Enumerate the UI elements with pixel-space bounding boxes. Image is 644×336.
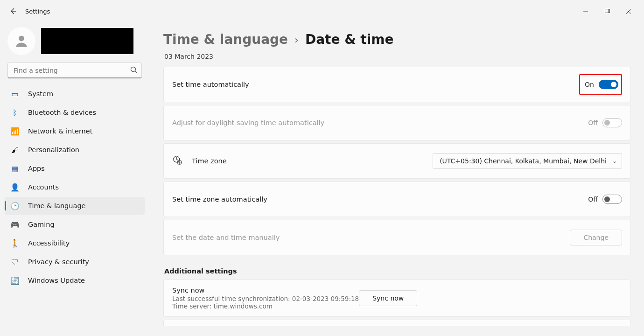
change-button: Change <box>570 230 622 245</box>
account-block[interactable] <box>7 27 142 55</box>
search-icon <box>130 66 138 76</box>
apps-icon: ▦ <box>10 164 20 173</box>
person-icon <box>14 33 29 49</box>
nav-label: Network & internet <box>28 127 92 135</box>
next-card-peek <box>163 320 631 326</box>
sync-title: Sync now <box>172 287 359 294</box>
sidebar-item-gaming[interactable]: 🎮Gaming <box>5 216 145 233</box>
system-icon: ▭ <box>10 89 20 98</box>
minimize-button[interactable] <box>575 4 596 19</box>
row-label: Adjust for daylight saving time automati… <box>172 119 324 126</box>
chevron-right-icon: › <box>294 34 299 46</box>
bluetooth-icon: ᛒ <box>10 108 20 117</box>
svg-rect-0 <box>605 9 609 13</box>
brush-icon: 🖌 <box>10 145 20 154</box>
sidebar-item-time-language[interactable]: 🕑Time & language <box>5 197 145 215</box>
toggle-set-time-automatically[interactable] <box>599 80 618 89</box>
sidebar-item-system[interactable]: ▭System <box>5 85 145 103</box>
nav-label: Gaming <box>28 221 55 228</box>
avatar <box>7 27 35 55</box>
row-label: Set time automatically <box>172 81 249 88</box>
sidebar-item-accounts[interactable]: 👤Accounts <box>5 178 145 196</box>
wifi-icon: 📶 <box>10 126 20 136</box>
svg-rect-1 <box>606 9 610 13</box>
sync-last: Last successful time synchronization: 02… <box>172 295 359 302</box>
nav-label: Personalization <box>28 146 79 154</box>
nav-label: System <box>28 90 53 98</box>
toggle-state: Off <box>588 196 598 203</box>
row-dst: Adjust for daylight saving time automati… <box>163 105 631 140</box>
search-field[interactable] <box>7 63 142 78</box>
nav-label: Bluetooth & devices <box>28 109 96 116</box>
row-auto-time-zone: Set time zone automatically Off <box>163 182 631 217</box>
shield-icon: 🛡 <box>10 257 20 266</box>
back-button[interactable] <box>5 3 21 20</box>
row-set-time-automatically: Set time automatically On <box>163 67 631 102</box>
content-area: Time & language › Date & time 03 March 2… <box>149 22 644 336</box>
row-label: Set time zone automatically <box>172 196 267 203</box>
search-input[interactable] <box>7 63 142 78</box>
sidebar-item-personalization[interactable]: 🖌Personalization <box>5 141 145 159</box>
breadcrumb-parent[interactable]: Time & language <box>163 32 288 47</box>
additional-settings-title: Additional settings <box>164 267 631 275</box>
toggle-dst <box>602 118 622 127</box>
accounts-icon: 👤 <box>10 182 20 192</box>
update-icon: 🔄 <box>10 276 20 285</box>
sidebar: ▭System ᛒBluetooth & devices 📶Network & … <box>0 22 149 336</box>
account-name-redacted <box>41 28 133 54</box>
close-icon <box>626 8 631 14</box>
sidebar-item-apps[interactable]: ▦Apps <box>5 160 145 177</box>
app-title: Settings <box>25 8 50 15</box>
time-zone-select[interactable]: (UTC+05:30) Chennai, Kolkata, Mumbai, Ne… <box>433 153 622 169</box>
row-label: Set the date and time manually <box>172 234 280 241</box>
title-bar: Settings <box>0 0 644 22</box>
minimize-icon <box>583 8 588 14</box>
sidebar-item-privacy[interactable]: 🛡Privacy & security <box>5 253 145 271</box>
nav-label: Windows Update <box>28 277 85 284</box>
nav-label: Privacy & security <box>28 258 89 266</box>
nav-label: Accessibility <box>28 239 70 247</box>
breadcrumb: Time & language › Date & time <box>163 32 631 47</box>
globe-clock-icon <box>172 155 185 167</box>
row-set-manually: Set the date and time manually Change <box>163 220 631 255</box>
row-sync-now: Sync now Last successful time synchroniz… <box>163 280 631 317</box>
current-date: 03 March 2023 <box>164 53 631 60</box>
sidebar-item-windows-update[interactable]: 🔄Windows Update <box>5 272 145 289</box>
maximize-icon <box>604 8 610 14</box>
arrow-left-icon <box>9 7 17 15</box>
maximize-button[interactable] <box>596 4 618 19</box>
svg-point-3 <box>131 67 136 72</box>
toggle-state: Off <box>588 119 598 126</box>
row-label: Time zone <box>192 157 227 165</box>
nav-label: Accounts <box>28 183 59 191</box>
toggle-state: On <box>585 81 594 88</box>
sidebar-item-bluetooth[interactable]: ᛒBluetooth & devices <box>5 104 145 121</box>
sync-text: Sync now Last successful time synchroniz… <box>172 287 359 310</box>
close-button[interactable] <box>618 4 639 19</box>
page-title: Date & time <box>305 32 394 47</box>
clock-icon: 🕑 <box>10 201 20 210</box>
sync-now-button[interactable]: Sync now <box>359 290 417 306</box>
sidebar-item-network[interactable]: 📶Network & internet <box>5 122 145 140</box>
time-zone-value: (UTC+05:30) Chennai, Kolkata, Mumbai, Ne… <box>440 157 607 165</box>
toggle-auto-time-zone[interactable] <box>602 195 622 204</box>
gamepad-icon: 🎮 <box>10 220 20 229</box>
sidebar-item-accessibility[interactable]: 🚶Accessibility <box>5 234 145 252</box>
svg-point-2 <box>19 35 24 41</box>
chevron-down-icon: ⌄ <box>612 158 617 164</box>
nav-label: Time & language <box>28 202 86 210</box>
nav-label: Apps <box>28 165 45 172</box>
sync-server: Time server: time.windows.com <box>172 302 359 310</box>
accessibility-icon: 🚶 <box>10 238 20 248</box>
nav-list: ▭System ᛒBluetooth & devices 📶Network & … <box>5 85 145 289</box>
row-time-zone: Time zone (UTC+05:30) Chennai, Kolkata, … <box>163 143 631 179</box>
highlight-annotation: On <box>579 74 622 95</box>
